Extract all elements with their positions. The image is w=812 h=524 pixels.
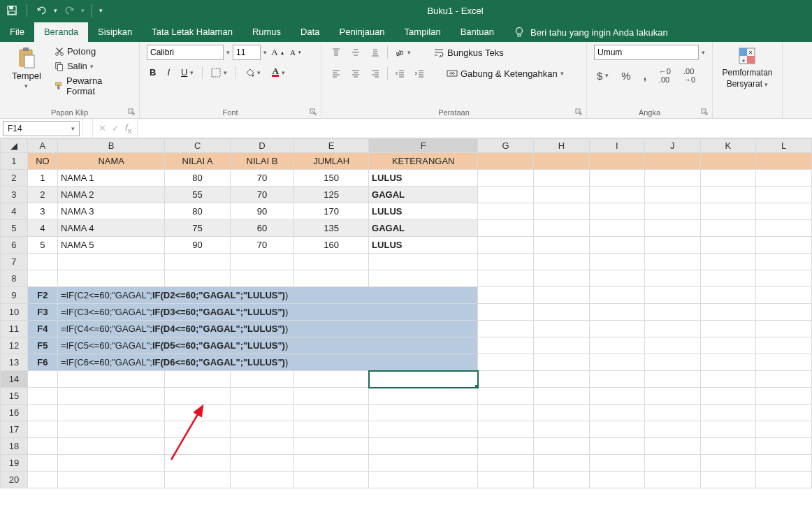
- paste-button[interactable]: Tempel ▾: [7, 45, 46, 92]
- cell[interactable]: [27, 388, 57, 405]
- cell[interactable]: [589, 170, 644, 187]
- cell[interactable]: [478, 254, 534, 270]
- table-header[interactable]: NAMA: [57, 153, 165, 170]
- cell[interactable]: [700, 321, 756, 337]
- cell[interactable]: [645, 203, 701, 220]
- cell[interactable]: 170: [294, 203, 369, 220]
- cell[interactable]: [369, 270, 478, 287]
- cell[interactable]: 4: [27, 220, 57, 237]
- tab-tata-letak[interactable]: Tata Letak Halaman: [142, 22, 242, 42]
- cell[interactable]: [294, 371, 369, 388]
- cell[interactable]: [756, 220, 812, 237]
- bold-button[interactable]: B: [147, 66, 159, 79]
- cell[interactable]: [534, 187, 590, 203]
- cell[interactable]: [700, 220, 756, 237]
- chevron-down-icon[interactable]: ▾: [702, 49, 705, 56]
- cell[interactable]: [589, 438, 644, 455]
- cell[interactable]: [27, 455, 57, 472]
- table-header[interactable]: JUMLAH: [294, 153, 369, 170]
- increase-decimal-icon[interactable]: ←0.00: [656, 66, 674, 85]
- cell[interactable]: [230, 388, 293, 405]
- cell[interactable]: 2: [27, 187, 57, 203]
- cell[interactable]: [700, 337, 756, 354]
- cell[interactable]: [589, 203, 644, 220]
- cell[interactable]: [478, 337, 534, 354]
- cell[interactable]: 1: [27, 170, 57, 187]
- cell[interactable]: [294, 254, 369, 270]
- cell[interactable]: [369, 438, 478, 455]
- cell[interactable]: [165, 405, 230, 421]
- cell[interactable]: [294, 455, 369, 472]
- cell[interactable]: =IF(C6<=60;"GAGAL";IF(D6<=60;"GAGAL";"LU…: [57, 354, 477, 371]
- col-header-B[interactable]: B: [57, 139, 165, 153]
- cell[interactable]: [57, 388, 165, 405]
- cell[interactable]: =IF(C2<=60;"GAGAL";IF(D2<=60;"GAGAL";"LU…: [57, 287, 477, 304]
- cell[interactable]: [700, 270, 756, 287]
- cell[interactable]: 5: [27, 237, 57, 254]
- cell[interactable]: [230, 438, 293, 455]
- fill-color-button[interactable]: ▾: [242, 66, 263, 79]
- col-header-K[interactable]: K: [700, 139, 756, 153]
- name-box[interactable]: F14▾: [3, 121, 80, 136]
- cell[interactable]: [645, 371, 701, 388]
- cell[interactable]: [27, 254, 57, 270]
- cell[interactable]: [478, 455, 534, 472]
- cell[interactable]: [645, 254, 701, 270]
- cell[interactable]: 55: [165, 187, 230, 203]
- cell[interactable]: [756, 354, 812, 371]
- worksheet-grid[interactable]: ◢ABCDEFGHIJKL1NONAMANILAI ANILAI BJUMLAH…: [0, 138, 812, 488]
- cell[interactable]: [369, 472, 478, 488]
- cell[interactable]: [589, 337, 644, 354]
- row-header-8[interactable]: 8: [1, 270, 28, 287]
- cell[interactable]: [534, 321, 590, 337]
- col-header-C[interactable]: C: [165, 139, 230, 153]
- row-header-14[interactable]: 14: [1, 371, 28, 388]
- col-header-J[interactable]: J: [645, 139, 701, 153]
- font-size-input[interactable]: [233, 45, 261, 60]
- cell[interactable]: =IF(C5<=60;"GAGAL";IF(D5<=60;"GAGAL";"LU…: [57, 337, 477, 354]
- cell[interactable]: LULUS: [369, 170, 478, 187]
- cell[interactable]: [27, 421, 57, 438]
- row-header-9[interactable]: 9: [1, 287, 28, 304]
- col-header-D[interactable]: D: [230, 139, 293, 153]
- cell[interactable]: GAGAL: [369, 220, 478, 237]
- cell[interactable]: NAMA 5: [57, 237, 165, 254]
- cell[interactable]: [534, 304, 590, 321]
- cell[interactable]: [478, 405, 534, 421]
- cell[interactable]: [645, 405, 701, 421]
- cell[interactable]: LULUS: [369, 237, 478, 254]
- fx-icon[interactable]: fx: [125, 122, 131, 135]
- cell[interactable]: [478, 472, 534, 488]
- cell[interactable]: 70: [230, 187, 293, 203]
- cell[interactable]: 90: [165, 237, 230, 254]
- align-center-icon[interactable]: [348, 66, 363, 81]
- cell[interactable]: [478, 371, 534, 388]
- cell[interactable]: [534, 354, 590, 371]
- cell[interactable]: [700, 371, 756, 388]
- number-launcher-icon[interactable]: [701, 108, 708, 117]
- cell[interactable]: [645, 170, 701, 187]
- increase-font-icon[interactable]: A▴: [270, 45, 285, 60]
- cell[interactable]: [294, 270, 369, 287]
- copy-button[interactable]: Salin▾: [52, 59, 132, 73]
- align-bottom-icon[interactable]: [368, 45, 383, 60]
- row-header-6[interactable]: 6: [1, 237, 28, 254]
- cell[interactable]: [230, 371, 293, 388]
- font-name-input[interactable]: [147, 45, 224, 60]
- cell[interactable]: [294, 421, 369, 438]
- cell[interactable]: 135: [294, 220, 369, 237]
- decrease-font-icon[interactable]: A▾: [288, 45, 303, 60]
- cell[interactable]: [230, 270, 293, 287]
- cell[interactable]: [27, 371, 57, 388]
- cell[interactable]: [756, 304, 812, 321]
- cell[interactable]: [369, 388, 478, 405]
- cell[interactable]: NAMA 4: [57, 220, 165, 237]
- cell[interactable]: [478, 153, 534, 170]
- cell[interactable]: [294, 472, 369, 488]
- cell[interactable]: 160: [294, 237, 369, 254]
- table-header[interactable]: NILAI A: [165, 153, 230, 170]
- cell[interactable]: [700, 304, 756, 321]
- row-header-12[interactable]: 12: [1, 337, 28, 354]
- conditional-formatting-button[interactable]: Pemformatan Bersyarat ▾: [720, 45, 775, 91]
- cell[interactable]: 75: [165, 220, 230, 237]
